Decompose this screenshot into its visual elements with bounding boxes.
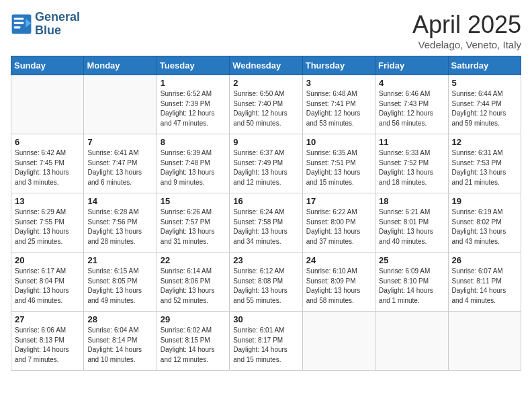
day-number: 9: [233, 137, 298, 147]
calendar-cell: 16Sunrise: 6:24 AM Sunset: 7:58 PM Dayli…: [230, 193, 302, 253]
day-number: 5: [452, 78, 517, 88]
day-info: Sunrise: 6:31 AM Sunset: 7:53 PM Dayligh…: [452, 148, 517, 187]
week-row-1: 1Sunrise: 6:52 AM Sunset: 7:39 PM Daylig…: [11, 75, 521, 134]
day-number: 21: [87, 255, 152, 265]
calendar-cell: 15Sunrise: 6:26 AM Sunset: 7:57 PM Dayli…: [157, 193, 229, 253]
weekday-header-sunday: Sunday: [11, 56, 84, 75]
day-info: Sunrise: 6:41 AM Sunset: 7:47 PM Dayligh…: [87, 148, 152, 187]
calendar-table: SundayMondayTuesdayWednesdayThursdayFrid…: [11, 56, 521, 371]
day-info: Sunrise: 6:01 AM Sunset: 8:17 PM Dayligh…: [233, 326, 298, 365]
calendar-cell: 2Sunrise: 6:50 AM Sunset: 7:40 PM Daylig…: [230, 75, 302, 134]
calendar-cell: [448, 312, 521, 371]
calendar-cell: 19Sunrise: 6:19 AM Sunset: 8:02 PM Dayli…: [448, 193, 521, 253]
calendar-cell: 7Sunrise: 6:41 AM Sunset: 7:47 PM Daylig…: [84, 134, 157, 193]
calendar-cell: 21Sunrise: 6:15 AM Sunset: 8:05 PM Dayli…: [84, 253, 157, 312]
day-info: Sunrise: 6:09 AM Sunset: 8:10 PM Dayligh…: [379, 267, 444, 306]
day-info: Sunrise: 6:17 AM Sunset: 8:04 PM Dayligh…: [15, 267, 80, 306]
calendar-cell: 1Sunrise: 6:52 AM Sunset: 7:39 PM Daylig…: [157, 75, 229, 134]
page-header: General Blue April 2025 Vedelago, Veneto…: [11, 11, 521, 50]
day-number: 18: [379, 196, 444, 206]
day-number: 12: [452, 137, 517, 147]
calendar-cell: 3Sunrise: 6:48 AM Sunset: 7:41 PM Daylig…: [302, 75, 375, 134]
calendar-cell: 29Sunrise: 6:02 AM Sunset: 8:15 PM Dayli…: [157, 312, 229, 371]
day-number: 11: [379, 137, 444, 147]
weekday-header-thursday: Thursday: [302, 56, 375, 75]
day-info: Sunrise: 6:33 AM Sunset: 7:52 PM Dayligh…: [379, 148, 444, 187]
day-info: Sunrise: 6:39 AM Sunset: 7:48 PM Dayligh…: [161, 148, 226, 187]
day-info: Sunrise: 6:22 AM Sunset: 8:00 PM Dayligh…: [306, 208, 371, 246]
calendar-cell: 18Sunrise: 6:21 AM Sunset: 8:01 PM Dayli…: [375, 193, 448, 253]
calendar-cell: 11Sunrise: 6:33 AM Sunset: 7:52 PM Dayli…: [375, 134, 448, 193]
day-info: Sunrise: 6:14 AM Sunset: 8:06 PM Dayligh…: [161, 267, 226, 306]
calendar-cell: 12Sunrise: 6:31 AM Sunset: 7:53 PM Dayli…: [448, 134, 521, 193]
day-number: 13: [15, 196, 80, 206]
day-info: Sunrise: 6:44 AM Sunset: 7:44 PM Dayligh…: [452, 89, 517, 128]
day-number: 10: [306, 137, 371, 147]
day-info: Sunrise: 6:26 AM Sunset: 7:57 PM Dayligh…: [161, 208, 226, 246]
day-number: 4: [379, 78, 444, 88]
logo-line2: Blue: [35, 24, 80, 38]
day-info: Sunrise: 6:06 AM Sunset: 8:13 PM Dayligh…: [15, 326, 80, 365]
calendar-cell: 30Sunrise: 6:01 AM Sunset: 8:17 PM Dayli…: [230, 312, 302, 371]
calendar-cell: 13Sunrise: 6:29 AM Sunset: 7:55 PM Dayli…: [11, 193, 84, 253]
day-info: Sunrise: 6:07 AM Sunset: 8:11 PM Dayligh…: [452, 267, 517, 306]
day-number: 1: [161, 78, 226, 88]
day-number: 19: [452, 196, 517, 206]
day-info: Sunrise: 6:10 AM Sunset: 8:09 PM Dayligh…: [306, 267, 371, 306]
calendar-cell: 24Sunrise: 6:10 AM Sunset: 8:09 PM Dayli…: [302, 253, 375, 312]
day-number: 20: [15, 255, 80, 265]
svg-rect-3: [14, 22, 24, 24]
day-info: Sunrise: 6:37 AM Sunset: 7:49 PM Dayligh…: [233, 148, 298, 187]
calendar-cell: 17Sunrise: 6:22 AM Sunset: 8:00 PM Dayli…: [302, 193, 375, 253]
calendar-cell: 28Sunrise: 6:04 AM Sunset: 8:14 PM Dayli…: [84, 312, 157, 371]
day-number: 26: [452, 255, 517, 265]
day-number: 30: [233, 314, 298, 324]
day-info: Sunrise: 6:35 AM Sunset: 7:51 PM Dayligh…: [306, 148, 371, 187]
day-info: Sunrise: 6:15 AM Sunset: 8:05 PM Dayligh…: [87, 267, 152, 306]
week-row-3: 13Sunrise: 6:29 AM Sunset: 7:55 PM Dayli…: [11, 193, 521, 253]
weekday-header-friday: Friday: [375, 56, 448, 75]
calendar-cell: 26Sunrise: 6:07 AM Sunset: 8:11 PM Dayli…: [448, 253, 521, 312]
location-title: Vedelago, Veneto, Italy: [412, 39, 521, 50]
calendar-cell: [302, 312, 375, 371]
day-number: 7: [87, 137, 152, 147]
day-info: Sunrise: 6:50 AM Sunset: 7:40 PM Dayligh…: [233, 89, 298, 128]
day-number: 14: [87, 196, 152, 206]
day-number: 23: [233, 255, 298, 265]
weekday-header-row: SundayMondayTuesdayWednesdayThursdayFrid…: [11, 56, 521, 75]
day-number: 29: [161, 314, 226, 324]
day-info: Sunrise: 6:12 AM Sunset: 8:08 PM Dayligh…: [233, 267, 298, 306]
calendar-cell: 25Sunrise: 6:09 AM Sunset: 8:10 PM Dayli…: [375, 253, 448, 312]
weekday-header-wednesday: Wednesday: [230, 56, 302, 75]
day-info: Sunrise: 6:24 AM Sunset: 7:58 PM Dayligh…: [233, 208, 298, 246]
week-row-2: 6Sunrise: 6:42 AM Sunset: 7:45 PM Daylig…: [11, 134, 521, 193]
weekday-header-monday: Monday: [84, 56, 157, 75]
day-number: 24: [306, 255, 371, 265]
calendar-cell: 4Sunrise: 6:46 AM Sunset: 7:43 PM Daylig…: [375, 75, 448, 134]
calendar-cell: 8Sunrise: 6:39 AM Sunset: 7:48 PM Daylig…: [157, 134, 229, 193]
logo-text: General Blue: [35, 11, 80, 38]
day-number: 8: [161, 137, 226, 147]
day-number: 15: [161, 196, 226, 206]
day-number: 17: [306, 196, 371, 206]
title-block: April 2025 Vedelago, Veneto, Italy: [412, 11, 521, 50]
calendar-cell: 10Sunrise: 6:35 AM Sunset: 7:51 PM Dayli…: [302, 134, 375, 193]
day-number: 16: [233, 196, 298, 206]
calendar-cell: 27Sunrise: 6:06 AM Sunset: 8:13 PM Dayli…: [11, 312, 84, 371]
day-info: Sunrise: 6:52 AM Sunset: 7:39 PM Dayligh…: [161, 89, 226, 128]
calendar-cell: [11, 75, 84, 134]
day-info: Sunrise: 6:42 AM Sunset: 7:45 PM Dayligh…: [15, 148, 80, 187]
day-info: Sunrise: 6:21 AM Sunset: 8:01 PM Dayligh…: [379, 208, 444, 246]
day-number: 25: [379, 255, 444, 265]
calendar-cell: 6Sunrise: 6:42 AM Sunset: 7:45 PM Daylig…: [11, 134, 84, 193]
day-info: Sunrise: 6:04 AM Sunset: 8:14 PM Dayligh…: [87, 326, 152, 365]
week-row-5: 27Sunrise: 6:06 AM Sunset: 8:13 PM Dayli…: [11, 312, 521, 371]
logo: General Blue: [11, 11, 80, 38]
day-info: Sunrise: 6:02 AM Sunset: 8:15 PM Dayligh…: [161, 326, 226, 365]
day-info: Sunrise: 6:28 AM Sunset: 7:56 PM Dayligh…: [87, 208, 152, 246]
calendar-cell: 22Sunrise: 6:14 AM Sunset: 8:06 PM Dayli…: [157, 253, 229, 312]
day-number: 2: [233, 78, 298, 88]
day-number: 27: [15, 314, 80, 324]
day-info: Sunrise: 6:48 AM Sunset: 7:41 PM Dayligh…: [306, 89, 371, 128]
svg-rect-4: [14, 26, 21, 28]
